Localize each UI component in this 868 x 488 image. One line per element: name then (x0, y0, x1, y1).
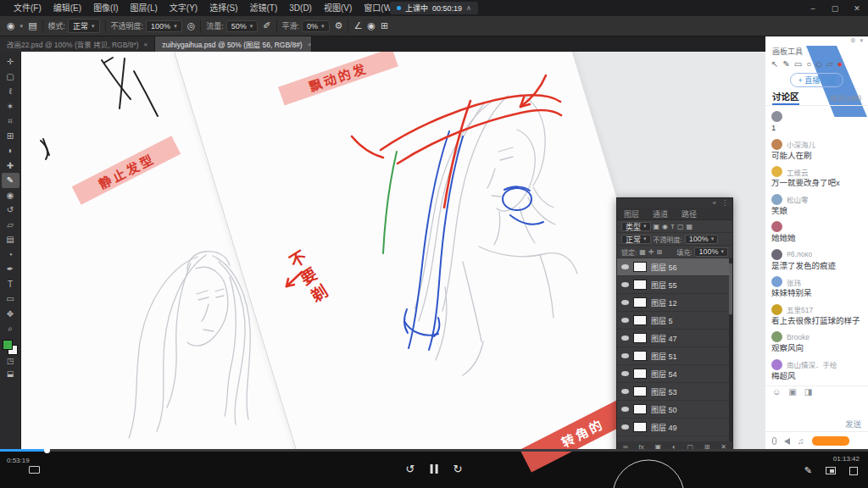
music-icon[interactable]: ♫ (798, 436, 804, 446)
layer-thumbnail[interactable] (633, 422, 647, 432)
brush-panel-icon[interactable]: ▤ (28, 20, 36, 31)
layer-visibility-eye-icon[interactable] (621, 318, 629, 323)
screenshot-icon[interactable]: ◨ (804, 387, 812, 396)
layer-name[interactable]: 图层 12 (651, 297, 677, 308)
layer-thumbnail[interactable] (633, 262, 647, 272)
foreground-color-swatch[interactable] (3, 340, 13, 350)
hand-tool-icon[interactable]: ✥ (2, 307, 19, 322)
layer-row[interactable]: 图层 50 (617, 401, 732, 419)
document-tab[interactable]: 改画22.psd @ 100% (背景 拷贝, RGB/8*) × (0, 36, 155, 52)
filter-pixel-icon[interactable]: ▣ (654, 223, 660, 230)
class-status-badge[interactable]: 上课中 00:50:19 ∧ (390, 2, 478, 14)
forward-icon[interactable]: ↻ (453, 463, 463, 475)
filter-type-select[interactable]: 类型▾ (621, 222, 651, 231)
layer-row[interactable]: 图层 55 (617, 276, 732, 294)
healing-tool-icon[interactable]: ✚ (2, 158, 19, 174)
chat-input[interactable] (765, 397, 868, 418)
speaker-icon[interactable] (784, 438, 790, 445)
shape-tool-icon[interactable]: ▭ (2, 291, 19, 307)
wb-color-dot-icon[interactable]: ● (837, 59, 843, 69)
layer-row[interactable]: 图层 49 (617, 419, 732, 436)
microphone-icon[interactable] (772, 437, 776, 445)
lasso-tool-icon[interactable]: ℓ (2, 84, 19, 99)
screen-share-icon[interactable] (29, 466, 40, 474)
layer-name[interactable]: 图层 49 (651, 422, 677, 433)
menu-item[interactable]: 图像(I) (88, 0, 123, 16)
layer-thumbnail[interactable] (633, 315, 647, 325)
layer-name[interactable]: 图层 47 (651, 333, 677, 344)
flow-select[interactable]: 50%▾ (226, 20, 259, 32)
emoji-icon[interactable]: ☺ (772, 387, 781, 396)
tab-discussion[interactable]: 讨论区 (772, 90, 799, 105)
quick-mask-icon[interactable]: ◳ (2, 355, 19, 368)
panel-settings-icon[interactable]: ⚙ (850, 37, 855, 45)
filter-smart-icon[interactable]: ▦ (687, 223, 693, 230)
pen-tool-icon[interactable]: ✒ (2, 262, 19, 277)
pip-icon[interactable] (826, 467, 836, 474)
pressure-opacity-icon[interactable]: ◎ (187, 20, 196, 31)
layer-row[interactable]: 图层 53 (617, 383, 732, 401)
rewind-icon[interactable]: ↺ (406, 463, 415, 475)
document-tab[interactable]: zuihiygaihua.psd @ 50% (图层 56, RGB/8#) × (155, 36, 312, 52)
smoothing-select[interactable]: 0%▾ (302, 20, 330, 32)
zoom-tool-icon[interactable]: ⌕ (2, 321, 19, 336)
brush-angle-icon[interactable]: ∠ (353, 20, 362, 31)
wb-ellipse-icon[interactable]: ○ (806, 59, 811, 69)
annotate-pen-icon[interactable]: ✎ (804, 465, 812, 476)
layer-name[interactable]: 图层 56 (651, 262, 677, 273)
history-brush-tool-icon[interactable]: ↺ (2, 202, 19, 218)
blur-tool-icon[interactable]: ◔ (2, 247, 19, 263)
screen-mode-icon[interactable]: ⬓ (2, 368, 19, 380)
layer-row[interactable]: 图层 51 (617, 347, 732, 365)
filter-adjust-icon[interactable]: ◉ (662, 223, 668, 230)
pause-icon[interactable] (431, 464, 438, 474)
send-button[interactable]: 发送 (845, 418, 861, 431)
menu-item[interactable]: 3D(D) (284, 0, 317, 16)
opacity-select[interactable]: 100%▾ (146, 20, 182, 32)
chat-message-list[interactable]: 1 小深海儿 可能人在刷 工维云 (765, 106, 868, 385)
lock-pixels-icon[interactable]: ▦ (639, 248, 646, 256)
layer-visibility-eye-icon[interactable] (621, 424, 629, 430)
panel-menu-icon[interactable]: ⋮ (721, 199, 728, 207)
lock-all-icon[interactable]: ⊞ (657, 248, 663, 256)
menu-item[interactable]: 文字(Y) (164, 0, 203, 16)
close-button[interactable]: ✕ (846, 0, 868, 16)
layer-name[interactable]: 图层 54 (651, 369, 677, 380)
live-intro-button[interactable]: + 直播介绍 (790, 73, 844, 87)
filter-type-icon[interactable]: T (670, 223, 675, 230)
layer-blend-select[interactable]: 正常▾ (621, 235, 651, 244)
brush-preset-caret-icon[interactable]: ▾ (20, 23, 24, 30)
brush-preset-icon[interactable]: ◉ (7, 20, 15, 31)
layer-row[interactable]: 图层 54 (617, 365, 732, 383)
lock-move-icon[interactable]: ✛ (648, 248, 654, 256)
move-tool-icon[interactable]: ✛ (2, 54, 19, 69)
wb-select-icon[interactable]: ↖ (771, 59, 778, 69)
layers-panel-tab[interactable]: 图层 (617, 208, 646, 219)
layer-visibility-eye-icon[interactable] (621, 264, 629, 269)
menu-item[interactable]: 文件(F) (8, 0, 47, 16)
layer-visibility-eye-icon[interactable] (621, 353, 629, 358)
clone-stamp-tool-icon[interactable]: ◉ (2, 188, 19, 203)
menu-item[interactable]: 编辑(E) (48, 0, 86, 16)
panel-collapse-icon[interactable]: « (713, 199, 716, 207)
layer-thumbnail[interactable] (633, 280, 647, 290)
quick-select-tool-icon[interactable]: ✶ (2, 99, 19, 114)
layer-name[interactable]: 图层 50 (651, 404, 677, 415)
wb-pen-icon[interactable]: ✎ (782, 59, 789, 69)
layer-thumbnail[interactable] (633, 386, 647, 396)
layer-name[interactable]: 图层 5 (651, 315, 673, 326)
type-tool-icon[interactable]: T (2, 277, 19, 292)
layer-row[interactable]: 图层 12 (617, 294, 732, 312)
menu-item[interactable]: 视图(V) (319, 0, 357, 16)
mode-select[interactable]: 正常▾ (68, 19, 100, 33)
layer-visibility-eye-icon[interactable] (621, 371, 629, 376)
symmetry-icon[interactable]: ⊞ (381, 20, 388, 31)
layers-panel-tab[interactable]: 路径 (675, 208, 704, 219)
layer-row[interactable]: 图层 47 (617, 330, 732, 347)
layer-visibility-eye-icon[interactable] (621, 389, 629, 394)
layer-opacity-select[interactable]: 100%▾ (685, 235, 719, 244)
layer-thumbnail[interactable] (633, 369, 647, 379)
layer-visibility-eye-icon[interactable] (621, 407, 629, 412)
smoothing-gear-icon[interactable]: ⚙ (335, 20, 343, 31)
menu-item[interactable]: 滤镜(T) (245, 0, 283, 16)
